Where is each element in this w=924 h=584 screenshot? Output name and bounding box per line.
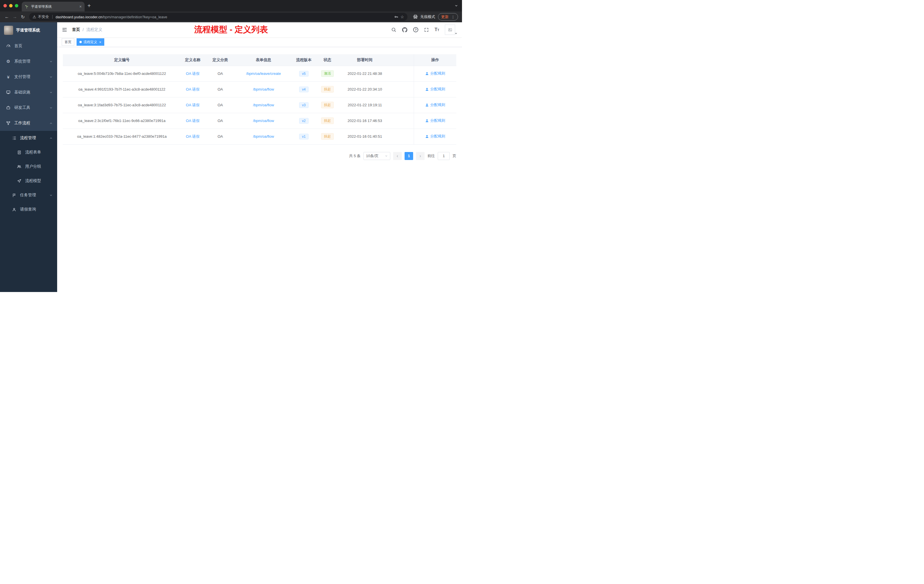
definition-category: OA — [205, 66, 236, 81]
sidebar-item-label: 系统管理 — [14, 59, 46, 64]
chevron-up-icon — [50, 137, 53, 140]
tab-strip: 芋道管理系统 × + — [0, 0, 462, 12]
github-icon[interactable] — [402, 27, 408, 33]
paper-plane-icon — [16, 179, 22, 183]
breadcrumb: 首页 / 流程定义 — [72, 27, 102, 32]
gear-icon: ⚙ — [6, 59, 11, 64]
tab-close-icon[interactable]: × — [79, 4, 82, 9]
form-info-link[interactable]: /bpm/oa/flow — [253, 119, 274, 123]
tag-process-definition[interactable]: 流程定义 × — [77, 38, 104, 46]
deploy-time: 2022-01-16 01:40:51 — [338, 129, 391, 144]
sidebar-collapse-icon[interactable] — [62, 27, 68, 33]
assign-rule-link[interactable]: 分配规则 — [425, 134, 445, 139]
people-icon — [16, 164, 22, 169]
tag-close-icon[interactable]: × — [99, 40, 101, 44]
assign-rule-label: 分配规则 — [430, 102, 445, 107]
assign-rule-link[interactable]: 分配规则 — [425, 87, 445, 92]
definition-id: oa_leave:3:1fad3d93-7b75-11ec-a3c8-acde4… — [63, 97, 181, 113]
person-icon — [12, 208, 16, 212]
definition-name-link[interactable]: OA 请假 — [186, 103, 200, 107]
sidebar-item-payment[interactable]: ¥ 支付管理 — [0, 69, 57, 84]
form-info-link[interactable]: /bpm/oa/flow — [253, 103, 274, 107]
form-info-link[interactable]: /bpm/oa/flow — [253, 87, 274, 91]
sidebar-item-home[interactable]: 首页 — [0, 38, 57, 54]
prev-page-button[interactable]: ‹ — [393, 152, 402, 160]
page-size-select[interactable]: 10条/页 — [363, 152, 390, 160]
incognito-badge: 无痕模式 — [412, 14, 435, 20]
minimize-window-button[interactable] — [9, 4, 13, 7]
deploy-time: 2022-01-16 17:46:53 — [338, 113, 391, 129]
form-info-link[interactable]: /bpm/oa/leave/create — [246, 71, 281, 76]
sidebar-item-workflow[interactable]: 工作流程 — [0, 115, 57, 131]
app-logo: 芋道管理系统 — [0, 22, 57, 38]
font-size-icon[interactable] — [435, 27, 439, 32]
zoom-window-button[interactable] — [15, 4, 18, 7]
pagination: 共 5 条 10条/页 ‹ 1 › 前往 页 — [63, 152, 456, 160]
workflow-submenu: 流程管理 流程表单 用户分组 流程模型 — [0, 131, 57, 292]
sidebar-item-system[interactable]: ⚙ 系统管理 — [0, 54, 57, 69]
forward-button[interactable]: → — [11, 14, 19, 20]
breadcrumb-current: 流程定义 — [86, 27, 102, 32]
avatar[interactable] — [445, 25, 455, 35]
definition-name-link[interactable]: OA 请假 — [186, 71, 200, 76]
assign-rule-label: 分配规则 — [430, 134, 445, 139]
sidebar-item-label: 用户分组 — [25, 164, 53, 169]
fullscreen-icon[interactable] — [424, 27, 429, 32]
tab-search-chevron-icon[interactable] — [455, 4, 458, 7]
help-icon[interactable] — [413, 27, 418, 32]
chevron-down-icon — [50, 194, 53, 197]
sidebar-item-label: 支付管理 — [14, 74, 46, 79]
monitor-icon — [6, 90, 11, 94]
column-actions: 操作 — [414, 54, 456, 66]
filler-cell — [391, 81, 414, 97]
incognito-icon — [412, 14, 418, 20]
update-chip[interactable]: 更新 ⋮ — [438, 13, 458, 21]
sidebar-item-user-group[interactable]: 用户分组 — [0, 159, 57, 174]
close-window-button[interactable] — [3, 4, 7, 7]
page-1-button[interactable]: 1 — [404, 152, 413, 160]
reload-button[interactable]: ↻ — [19, 14, 27, 20]
form-info-link[interactable]: /bpm/oa/flow — [253, 134, 274, 139]
column-filler — [391, 54, 414, 66]
sidebar-item-process-model[interactable]: 流程模型 — [0, 174, 57, 188]
sidebar-item-devtools[interactable]: 研发工具 — [0, 100, 57, 115]
breadcrumb-home[interactable]: 首页 — [72, 27, 80, 32]
sidebar-item-task-management[interactable]: 任务管理 — [0, 188, 57, 202]
tag-home[interactable]: 首页 — [62, 38, 74, 46]
back-button[interactable]: ← — [3, 14, 11, 20]
sidebar-item-process-form[interactable]: 流程表单 — [0, 145, 57, 159]
sidebar-item-leave-query[interactable]: 请假查询 — [0, 202, 57, 216]
url-text[interactable]: dashboard.yudao.iocoder.cn/bpm/manager/d… — [56, 15, 393, 19]
definition-name-link[interactable]: OA 请假 — [186, 87, 200, 91]
bookmark-star-icon[interactable]: ☆ — [400, 15, 404, 19]
search-icon[interactable] — [391, 27, 396, 32]
definition-category: OA — [205, 97, 236, 113]
flag-icon — [12, 193, 16, 198]
address-bar[interactable]: ⚠ 不安全 dashboard.yudao.iocoder.cn/bpm/man… — [29, 13, 408, 21]
sidebar-item-process-management[interactable]: 流程管理 — [0, 131, 57, 145]
goto-page-input[interactable] — [438, 152, 450, 160]
password-key-icon[interactable] — [394, 15, 399, 19]
user-avatar-dropdown[interactable] — [445, 25, 457, 35]
sidebar-item-label: 任务管理 — [20, 193, 46, 198]
workflow-icon — [6, 121, 11, 125]
browser-tab[interactable]: 芋道管理系统 × — [22, 2, 84, 12]
column-form-info: 表单信息 — [236, 54, 291, 66]
next-page-button[interactable]: › — [416, 152, 424, 160]
browser-menu-kebab-icon[interactable]: ⋮ — [451, 15, 455, 19]
assign-rule-link[interactable]: 分配规则 — [425, 118, 445, 123]
assign-rule-link[interactable]: 分配规则 — [425, 102, 445, 107]
sidebar: 芋道管理系统 首页 ⚙ 系统管理 ¥ 支付管理 基础设施 — [0, 22, 57, 292]
document-icon — [16, 150, 22, 155]
content-area: 定义编号 定义名称 定义分类 表单信息 流程版本 状态 部署时间 操作 oa_l… — [57, 47, 462, 292]
assign-rule-link[interactable]: 分配规则 — [425, 71, 445, 76]
pagination-total: 共 5 条 — [349, 153, 361, 158]
sidebar-item-label: 请假查询 — [20, 207, 53, 212]
sidebar-item-infrastructure[interactable]: 基础设施 — [0, 84, 57, 100]
deploy-time: 2022-01-22 19:19:11 — [338, 97, 391, 113]
new-tab-button[interactable]: + — [87, 3, 91, 8]
definition-name-link[interactable]: OA 请假 — [186, 134, 200, 139]
column-definition-category: 定义分类 — [205, 54, 236, 66]
sidebar-item-label: 工作流程 — [14, 120, 46, 126]
definition-name-link[interactable]: OA 请假 — [186, 119, 200, 123]
